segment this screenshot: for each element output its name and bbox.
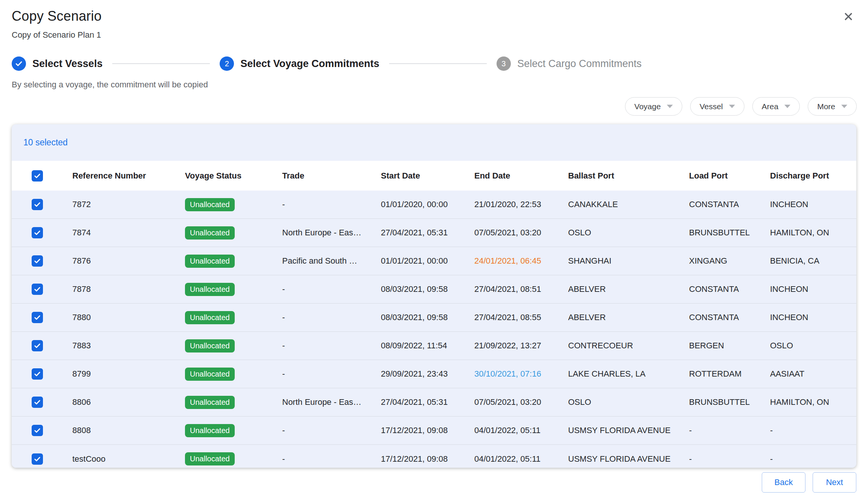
step-number-badge: 3 <box>497 56 511 71</box>
step-select-vessels[interactable]: Select Vessels <box>12 56 102 71</box>
row-checkbox[interactable] <box>32 199 43 210</box>
table-row[interactable]: 8806 Unallocated North Europe - Eas… 27/… <box>12 388 856 417</box>
voyage-status-badge: Unallocated <box>185 424 235 437</box>
step-label: Select Cargo Commitments <box>517 58 642 70</box>
reference-number-cell: 8799 <box>72 369 185 379</box>
dialog-header: Copy Scenario Copy of Scenario Plan 1 <box>12 8 102 40</box>
table-body: 7872 Unallocated - 01/01/2020, 00:00 21/… <box>12 191 856 468</box>
table-row[interactable]: 7883 Unallocated - 08/09/2022, 11:54 21/… <box>12 332 856 360</box>
table-row[interactable]: 7872 Unallocated - 01/01/2020, 00:00 21/… <box>12 191 856 219</box>
start-date-cell: 17/12/2021, 09:08 <box>381 426 474 435</box>
table-row[interactable]: 8799 Unallocated - 29/09/2021, 23:43 30/… <box>12 360 856 388</box>
voyage-table-panel: 10 selected Reference Number Voyage Stat… <box>12 124 856 468</box>
stepper-connector <box>112 63 210 64</box>
row-checkbox[interactable] <box>32 397 43 408</box>
table-header-row: Reference Number Voyage Status Trade Sta… <box>12 161 856 191</box>
load-port-cell: XINGANG <box>689 256 770 266</box>
table-row[interactable]: 7874 Unallocated North Europe - Eas… 27/… <box>12 219 856 247</box>
load-port-cell: BERGEN <box>689 341 770 351</box>
row-checkbox[interactable] <box>32 255 43 267</box>
ballast-port-cell: OSLO <box>568 397 689 407</box>
select-all-checkbox[interactable] <box>32 170 43 182</box>
reference-number-cell: 7876 <box>72 256 185 266</box>
step-select-voyage-commitments[interactable]: 2 Select Voyage Commitments <box>220 56 379 71</box>
step-number-badge: 2 <box>220 56 234 71</box>
filter-area-dropdown[interactable]: Area <box>752 97 800 116</box>
start-date-cell: 27/04/2021, 05:31 <box>381 228 474 238</box>
row-checkbox[interactable] <box>32 284 43 295</box>
end-date-cell: 21/09/2022, 13:27 <box>474 341 568 351</box>
table-row[interactable]: 8808 Unallocated - 17/12/2021, 09:08 04/… <box>12 417 856 445</box>
step-select-cargo-commitments[interactable]: 3 Select Cargo Commitments <box>497 56 642 71</box>
close-icon[interactable] <box>841 9 856 24</box>
row-checkbox[interactable] <box>32 368 43 380</box>
table-row[interactable]: testCooo Unallocated - 17/12/2021, 09:08… <box>12 445 856 468</box>
load-port-cell: BRUNSBUTTEL <box>689 228 770 238</box>
dialog-subtitle: Copy of Scenario Plan 1 <box>12 30 102 40</box>
discharge-port-cell: BENICIA, CA <box>770 256 856 266</box>
voyage-status-badge: Unallocated <box>185 368 235 381</box>
discharge-port-cell: OSLO <box>770 341 856 351</box>
back-button[interactable]: Back <box>762 472 805 493</box>
voyage-status-badge: Unallocated <box>185 452 235 465</box>
filter-more-dropdown[interactable]: More <box>808 97 857 116</box>
filter-label: Voyage <box>634 102 661 111</box>
end-date-cell: 07/05/2021, 03:20 <box>474 228 568 238</box>
reference-number-cell: 7883 <box>72 341 185 351</box>
discharge-port-cell: HAMILTON, ON <box>770 228 856 238</box>
column-header-discharge-port: Discharge Port <box>770 171 856 181</box>
dialog-footer: Back Next <box>762 472 856 493</box>
row-checkbox[interactable] <box>32 425 43 436</box>
column-header-start-date: Start Date <box>381 171 474 181</box>
chevron-down-icon <box>841 105 847 108</box>
start-date-cell: 01/01/2020, 00:00 <box>381 200 474 209</box>
trade-cell: - <box>282 454 381 464</box>
ballast-port-cell: ABELVER <box>568 313 689 322</box>
next-button[interactable]: Next <box>813 472 856 493</box>
table-row[interactable]: 7878 Unallocated - 08/03/2021, 09:58 27/… <box>12 275 856 304</box>
start-date-cell: 29/09/2021, 23:43 <box>381 369 474 379</box>
filter-voyage-dropdown[interactable]: Voyage <box>625 97 682 116</box>
discharge-port-cell: - <box>770 454 856 464</box>
chevron-down-icon <box>729 105 735 108</box>
trade-cell: - <box>282 313 381 322</box>
ballast-port-cell: LAKE CHARLES, LA <box>568 369 689 379</box>
filter-vessel-dropdown[interactable]: Vessel <box>690 97 744 116</box>
discharge-port-cell: INCHEON <box>770 200 856 209</box>
reference-number-cell: 8808 <box>72 426 185 435</box>
end-date-cell: 27/04/2021, 08:55 <box>474 313 568 322</box>
load-port-cell: - <box>689 426 770 435</box>
filter-label: Area <box>762 102 778 111</box>
column-header-voyage-status: Voyage Status <box>185 171 282 181</box>
start-date-cell: 08/03/2021, 09:58 <box>381 284 474 294</box>
ballast-port-cell: OSLO <box>568 228 689 238</box>
voyage-status-badge: Unallocated <box>185 311 235 324</box>
load-port-cell: CONSTANTA <box>689 200 770 209</box>
row-checkbox[interactable] <box>32 453 43 465</box>
ballast-port-cell: USMSY FLORIDA AVENUE <box>568 454 689 464</box>
discharge-port-cell: INCHEON <box>770 313 856 322</box>
ballast-port-cell: SHANGHAI <box>568 256 689 266</box>
row-checkbox[interactable] <box>32 227 43 238</box>
column-header-ballast-port: Ballast Port <box>568 171 689 181</box>
start-date-cell: 08/03/2021, 09:58 <box>381 313 474 322</box>
end-date-cell: 24/01/2021, 06:45 <box>474 256 568 266</box>
trade-cell: Pacific and South … <box>282 256 381 266</box>
selected-count: 10 selected <box>23 137 68 148</box>
trade-cell: - <box>282 200 381 209</box>
start-date-cell: 27/04/2021, 05:31 <box>381 397 474 407</box>
reference-number-cell: 7878 <box>72 284 185 294</box>
column-header-reference-number: Reference Number <box>72 171 185 181</box>
row-checkbox[interactable] <box>32 340 43 351</box>
start-date-cell: 08/09/2022, 11:54 <box>381 341 474 351</box>
table-row[interactable]: 7876 Unallocated Pacific and South … 01/… <box>12 247 856 275</box>
load-port-cell: - <box>689 454 770 464</box>
table-row[interactable]: 7880 Unallocated - 08/03/2021, 09:58 27/… <box>12 304 856 332</box>
reference-number-cell: 8806 <box>72 397 185 407</box>
row-checkbox[interactable] <box>32 312 43 323</box>
ballast-port-cell: CANAKKALE <box>568 200 689 209</box>
load-port-cell: ROTTERDAM <box>689 369 770 379</box>
column-header-load-port: Load Port <box>689 171 770 181</box>
discharge-port-cell: AASIAAT <box>770 369 856 379</box>
trade-cell: North Europe - Eas… <box>282 228 381 238</box>
